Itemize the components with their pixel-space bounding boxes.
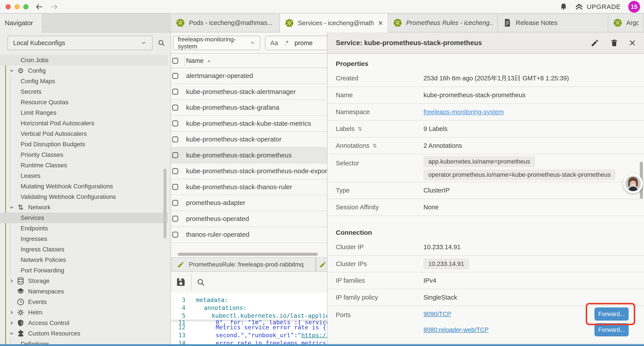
table-row-kube-prometheus-stack-alertmanag[interactable]: kube-prometheus-stack-alertmanager <box>171 84 327 100</box>
table-row-thanos-ruler-operated[interactable]: thanos-ruler-operated <box>171 227 327 243</box>
row-checkbox[interactable] <box>172 168 178 174</box>
match-case-toggle[interactable]: Aa <box>270 39 278 47</box>
tab-argo-se[interactable]: Argo Se <box>608 13 644 32</box>
chevron-right-icon[interactable] <box>9 320 14 326</box>
table-row-kube-prometheus-stack-operator[interactable]: kube-prometheus-stack-operator <box>171 132 327 148</box>
window-zoom-button[interactable] <box>23 4 28 9</box>
sidebar-item-pod-disruption-budgets[interactable]: Pod Disruption Budgets <box>0 139 168 150</box>
sidebar-item-runtime-classes[interactable]: Runtime Classes <box>0 160 168 171</box>
table-row-kube-prometheus-stack-prometheus[interactable]: kube-prometheus-stack-prometheus-node-ex… <box>171 163 327 179</box>
row-checkbox[interactable] <box>172 216 178 222</box>
namespace-selector-value: freeleaps-monitoring-system <box>178 36 250 50</box>
chevron-down-icon[interactable] <box>9 331 14 336</box>
row-checkbox[interactable] <box>172 89 178 95</box>
notifications-bell-icon[interactable] <box>560 3 568 11</box>
close-tab-icon[interactable]: × <box>378 19 383 27</box>
assistant-avatar[interactable] <box>623 174 643 193</box>
table-row-kube-prometheus-stack-thanos-rul[interactable]: kube-prometheus-stack-thanos-ruler <box>171 179 327 195</box>
tab-navigator[interactable]: Navigator <box>0 13 42 32</box>
back-arrow-icon[interactable] <box>35 3 44 11</box>
sidebar-item-ingresses[interactable]: Ingresses <box>0 234 168 244</box>
table-row-kube-prometheus-stack-prometheus[interactable]: kube-prometheus-stack-prometheus <box>171 148 327 164</box>
sidebar-item-secrets[interactable]: Secrets <box>0 86 168 97</box>
row-checkbox[interactable] <box>172 200 178 206</box>
tab-release-notes[interactable]: Release Notes <box>498 13 608 32</box>
table-row-alertmanager-operated[interactable]: alertmanager-operated <box>171 68 327 84</box>
sidebar-item-network-policies[interactable]: Network Policies <box>0 255 168 265</box>
chevron-right-icon[interactable] <box>9 278 14 284</box>
sidebar-item-resource-quotas[interactable]: Resource Quotas <box>0 97 168 107</box>
editor-tab-prometheusrule[interactable]: PrometheusRule: freeleaps-prod-rabbitmq <box>172 258 316 271</box>
table-row-prometheus-operated[interactable]: prometheus-operated <box>171 211 327 227</box>
forward-arrow-icon[interactable] <box>50 3 58 11</box>
table-row-kube-prometheus-stack-kube-state[interactable]: kube-prometheus-stack-kube-state-metrics <box>171 116 327 132</box>
sidebar-item-config[interactable]: ⚙Config <box>0 65 168 76</box>
sidebar-item-horizontal-pod-autoscalers[interactable]: Horizontal Pod Autoscalers <box>0 118 168 129</box>
sidebar-item-network[interactable]: ⇅Network <box>0 202 168 213</box>
sort-toggle-icon[interactable]: ⇅ <box>358 126 362 132</box>
window-minimize-button[interactable] <box>14 4 20 9</box>
window-close-button[interactable] <box>6 4 11 9</box>
horizontal-scrollbar[interactable] <box>178 253 318 256</box>
sidebar-item-priority-classes[interactable]: Priority Classes <box>0 150 168 160</box>
editor-tab-next[interactable] <box>316 258 327 271</box>
sidebar-item-namespaces[interactable]: Namespaces <box>0 286 168 297</box>
sort-ascending-icon[interactable] <box>206 58 212 63</box>
chevron-right-icon[interactable] <box>9 310 14 315</box>
sidebar-item-limit-ranges[interactable]: Limit Ranges <box>0 107 168 118</box>
editor-search-icon[interactable] <box>196 278 205 287</box>
forward-button[interactable]: Forward... <box>594 308 629 321</box>
tab-prometheus-rules-icecheng[interactable]: Prometheus Rules - icecheng... <box>388 13 498 32</box>
upgrade-button[interactable]: UPGRADE <box>575 3 621 11</box>
forward-button[interactable]: Forward... <box>594 323 629 336</box>
tab-pods-icecheng-mathmas[interactable]: Pods - icecheng@mathmas... <box>171 13 280 32</box>
row-checkbox[interactable] <box>172 105 178 111</box>
row-checkbox[interactable] <box>172 184 178 190</box>
sidebar-item-vertical-pod-autoscalers[interactable]: Vertical Pod Autoscalers <box>0 129 168 139</box>
sidebar-item-services[interactable]: Services <box>0 213 168 223</box>
notification-count-badge[interactable]: 15 <box>628 1 640 13</box>
save-icon[interactable] <box>176 277 186 287</box>
yaml-editor[interactable]: 11 0", for: "1m", labels :{ service : 12… <box>171 293 327 346</box>
row-checkbox[interactable] <box>172 73 178 79</box>
sidebar-item-config-maps[interactable]: Config Maps <box>0 76 168 86</box>
sidebar-item-cron-jobs[interactable]: Cron Jobs <box>0 55 168 65</box>
row-checkbox[interactable] <box>172 136 178 142</box>
detail-row-annotations: Annotations⇅ 2 Annotations <box>328 137 644 154</box>
sidebar-search-icon[interactable] <box>158 39 165 47</box>
sidebar-scrollbar[interactable] <box>164 169 166 239</box>
table-row-kube-prometheus-stack-grafana[interactable]: kube-prometheus-stack-grafana <box>171 100 327 116</box>
sidebar-item-validating-webhook-configuration[interactable]: Validating Webhook Configurations <box>0 192 168 202</box>
tab-services-icecheng-math[interactable]: Services - icecheng@math... × <box>280 13 388 32</box>
sort-toggle-icon[interactable]: ⇅ <box>372 143 377 149</box>
kubeconfig-selector-value: Local Kubeconfigs <box>13 39 65 47</box>
table-row-prometheus-adapter[interactable]: prometheus-adapter <box>171 195 327 211</box>
port-link[interactable]: 9090/TCP <box>424 311 451 318</box>
row-checkbox[interactable] <box>172 152 178 158</box>
sidebar-item-events[interactable]: Events <box>0 297 168 307</box>
sidebar-item-helm[interactable]: Helm <box>0 307 168 318</box>
sidebar-item-ingress-classes[interactable]: Ingress Classes <box>0 244 168 255</box>
chevron-down-icon[interactable] <box>9 68 14 74</box>
regex-toggle[interactable]: .* <box>284 39 288 47</box>
sidebar-item-endpoints[interactable]: Endpoints <box>0 223 168 234</box>
chevron-down-icon[interactable] <box>9 205 14 210</box>
sidebar-item-access-control[interactable]: Access Control <box>0 318 168 328</box>
edit-pencil-icon[interactable] <box>590 38 599 47</box>
row-checkbox[interactable] <box>172 120 178 126</box>
sidebar-item-mutating-webhook-configurations[interactable]: Mutating Webhook Configurations <box>0 181 168 192</box>
port-link[interactable]: 8080:reloader-web/TCP <box>424 326 488 333</box>
sidebar-item-storage[interactable]: Storage <box>0 276 168 286</box>
delete-trash-icon[interactable] <box>610 38 618 47</box>
select-all-checkbox[interactable] <box>172 58 178 64</box>
sidebar-item-port-forwarding[interactable]: Port Forwarding <box>0 265 168 276</box>
name-column-header[interactable]: Name <box>186 57 204 64</box>
kubeconfig-selector[interactable]: Local Kubeconfigs <box>8 36 152 50</box>
sidebar-item-custom-resources[interactable]: Custom Resources <box>0 328 168 339</box>
close-icon[interactable]: × <box>629 39 636 46</box>
namespace-selector[interactable]: freeleaps-monitoring-system <box>173 36 260 50</box>
kubernetes-icon <box>613 18 622 27</box>
namespace-link[interactable]: freeleaps-monitoring-system <box>424 108 504 116</box>
sidebar-item-leases[interactable]: Leases <box>0 171 168 181</box>
row-checkbox[interactable] <box>172 232 178 238</box>
